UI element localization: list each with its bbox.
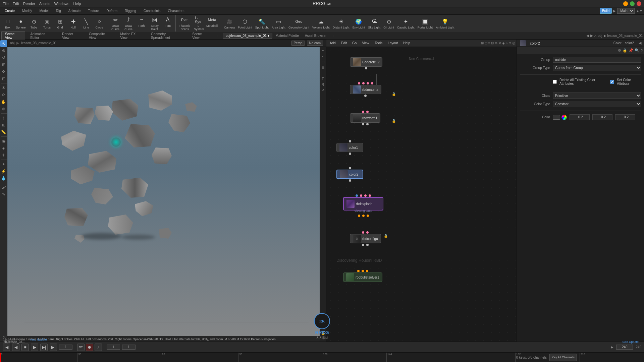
- windows-menu[interactable]: Windows: [54, 2, 69, 6]
- deform-tab[interactable]: Deform: [103, 8, 121, 13]
- tl-start-frame-input[interactable]: 1: [107, 345, 120, 350]
- help-menu[interactable]: Help: [73, 2, 81, 6]
- constraints-tab[interactable]: Constraints: [140, 8, 164, 13]
- ne-go-btn[interactable]: Go: [350, 41, 359, 45]
- handle-tool[interactable]: ⊡: [0, 75, 7, 82]
- vp-info[interactable]: i: [320, 336, 326, 341]
- port-top-13[interactable]: [362, 231, 364, 234]
- ne-view-btn[interactable]: View: [360, 41, 371, 45]
- port-bottom-3[interactable]: [362, 123, 364, 125]
- scale-tool[interactable]: ⊞: [0, 61, 7, 68]
- window-controls[interactable]: [623, 1, 641, 6]
- port-bottom-7[interactable]: [358, 215, 360, 217]
- zoom-tool[interactable]: ⊕: [0, 106, 7, 112]
- scene-view-tab2[interactable]: Scene View: [189, 31, 212, 40]
- group-input[interactable]: outside: [553, 57, 641, 63]
- node-color2-box[interactable]: color2: [336, 170, 363, 179]
- port-bottom-5[interactable]: [349, 153, 351, 155]
- pp-search-btn[interactable]: 🔍: [635, 48, 639, 53]
- circle-tool[interactable]: ○Circle: [93, 17, 106, 30]
- ne-help-btn[interactable]: Help: [401, 41, 412, 45]
- animation-editor-tab[interactable]: Animation Editor: [26, 31, 57, 40]
- distant-light-tool[interactable]: ☀Distant Light: [331, 17, 351, 30]
- port-bottom-1[interactable]: [365, 67, 367, 69]
- pp-lock-btn[interactable]: 🔒: [623, 48, 627, 53]
- geometry-light-tool[interactable]: GeoGeometry Light: [287, 17, 311, 30]
- pp-collapse-btn[interactable]: ◀: [639, 41, 641, 45]
- node-rbdmateria[interactable]: rbdmateria: [350, 82, 381, 97]
- port-bottom-2[interactable]: [364, 95, 367, 97]
- null-tool[interactable]: ✚Null: [67, 17, 79, 30]
- grid-tool2[interactable]: ⊞: [0, 122, 7, 128]
- vp-front-view[interactable]: F: [320, 76, 326, 81]
- port-bottom-4[interactable]: [366, 123, 369, 125]
- persp-button[interactable]: Persp: [291, 41, 305, 46]
- port-top-10[interactable]: [360, 194, 362, 197]
- color-wheel-btn[interactable]: [561, 115, 567, 120]
- add-tab-button[interactable]: +: [214, 33, 220, 39]
- viewport[interactable]: obj ▶ lesson_03_example_01 Persp No cam: [7, 40, 326, 342]
- tl-end-frame-val[interactable]: [616, 345, 633, 350]
- vp-zoom-out[interactable]: -: [320, 53, 326, 59]
- ne-add-btn[interactable]: Add: [328, 41, 338, 45]
- sky-light-tool[interactable]: 🌤Sky Light: [367, 17, 382, 30]
- gi-light-tool[interactable]: ⊙GI Light: [382, 17, 395, 30]
- env-light-tool[interactable]: 🌍Env Light: [351, 17, 367, 30]
- set-color-checkbox[interactable]: [610, 80, 614, 84]
- torus-tool[interactable]: ◎Torus: [41, 17, 53, 30]
- light-tool[interactable]: ☀: [0, 152, 7, 159]
- pp-pin-btn[interactable]: 📌: [629, 48, 633, 53]
- ne-icons[interactable]: ⊞ ⊡ ≡ ⊟ ⊕ ⊘ ◈ ○ ⊙ ◎: [481, 41, 515, 45]
- particle-tool[interactable]: ✦: [0, 161, 7, 168]
- fluid-tool[interactable]: 💧: [0, 175, 7, 182]
- node-rbdexplode-box[interactable]: rbdexplode: [343, 197, 383, 210]
- file-tool[interactable]: 📁File: [219, 15, 221, 32]
- rigging-tab[interactable]: Rigging: [121, 8, 140, 13]
- no-cam-button[interactable]: No cam: [307, 41, 323, 46]
- point-light-tool[interactable]: ⬡Point Light: [236, 17, 254, 30]
- sculpt-tool[interactable]: ✎: [0, 191, 7, 198]
- ne-canvas[interactable]: Non-Commercial: [326, 47, 517, 342]
- node-color1-box[interactable]: color1: [336, 143, 363, 152]
- node-rbdxform1[interactable]: rbdxform1: [350, 111, 380, 125]
- port-top-3[interactable]: [367, 82, 369, 84]
- vp-frame-sel[interactable]: ⊞: [320, 65, 326, 70]
- port-top-5[interactable]: [362, 111, 364, 113]
- characters-tab[interactable]: Characters: [165, 8, 188, 13]
- window-menu[interactable]: File Edit Render Assets Windows Help: [3, 2, 81, 6]
- node-color1[interactable]: color1: [336, 140, 363, 155]
- visibility-tool[interactable]: ◉: [0, 138, 7, 144]
- ruler-tool[interactable]: 📏: [0, 129, 7, 135]
- ne-tools-btn[interactable]: Tools: [373, 41, 384, 45]
- ne-layout-btn[interactable]: Layout: [386, 41, 400, 45]
- port-top-6[interactable]: [366, 111, 369, 113]
- ne-edit-btn[interactable]: Edit: [339, 41, 349, 45]
- pan-tool[interactable]: ✋: [0, 99, 7, 105]
- node-rbdmateria-box[interactable]: rbdmateria: [350, 85, 381, 94]
- tl-key-all-channels-btn[interactable]: Key All Channels: [549, 354, 577, 361]
- class-select[interactable]: Primitive Point Vertex: [553, 93, 641, 99]
- port-bottom-10[interactable]: [362, 244, 364, 246]
- minimize-button[interactable]: [623, 1, 628, 6]
- rotate-tool[interactable]: ↺: [0, 54, 7, 61]
- main-dropdown[interactable]: Main: [617, 8, 635, 14]
- vp-top-view[interactable]: T: [320, 70, 326, 76]
- path-tool[interactable]: ~Path: [135, 15, 148, 32]
- line-tool[interactable]: ╲Line: [80, 17, 93, 30]
- caustic-light-tool[interactable]: ✦Caustic Light: [396, 17, 416, 30]
- tl-frame-input[interactable]: 1: [59, 345, 72, 350]
- draw-curve-tool[interactable]: ✏Draw Curve: [109, 15, 122, 32]
- port-top-11[interactable]: [364, 194, 367, 197]
- vp-lock[interactable]: 🔒: [320, 330, 326, 336]
- node-rbdxform1-box[interactable]: rbdxform1: [350, 113, 380, 123]
- port-top-14[interactable]: [366, 231, 369, 234]
- port-top-12[interactable]: [369, 194, 371, 197]
- render-menu[interactable]: Render: [23, 2, 35, 6]
- obj-tab[interactable]: obj/lesson_03_example_01 ▾: [223, 33, 272, 39]
- vp-frame-all[interactable]: ⊡: [320, 59, 326, 64]
- scene-view-tab[interactable]: Scene View: [1, 31, 25, 40]
- node-rbdexplode[interactable]: rbdexplode Viewing Outp: [343, 194, 383, 217]
- port-bottom-8[interactable]: [362, 215, 365, 217]
- port-top-2[interactable]: [362, 82, 365, 84]
- platonic-tool[interactable]: Plat.Platonic Solids: [177, 15, 192, 32]
